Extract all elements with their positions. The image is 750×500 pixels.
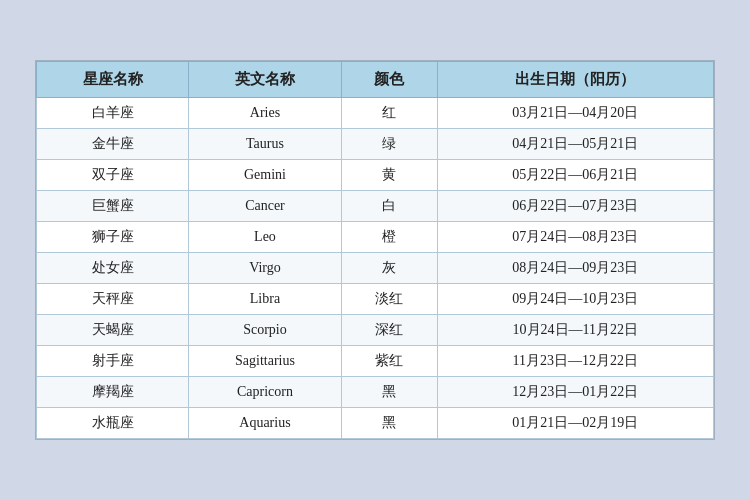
header-chinese-name: 星座名称 xyxy=(37,62,189,98)
table-row: 巨蟹座Cancer白06月22日—07月23日 xyxy=(37,191,714,222)
header-english-name: 英文名称 xyxy=(189,62,341,98)
cell-4-3: 07月24日—08月23日 xyxy=(437,222,713,253)
table-row: 水瓶座Aquarius黑01月21日—02月19日 xyxy=(37,408,714,439)
cell-7-2: 深红 xyxy=(341,315,437,346)
cell-10-3: 01月21日—02月19日 xyxy=(437,408,713,439)
cell-0-1: Aries xyxy=(189,98,341,129)
cell-8-0: 射手座 xyxy=(37,346,189,377)
cell-9-0: 摩羯座 xyxy=(37,377,189,408)
cell-3-1: Cancer xyxy=(189,191,341,222)
cell-2-1: Gemini xyxy=(189,160,341,191)
zodiac-table-container: 星座名称 英文名称 颜色 出生日期（阳历） 白羊座Aries红03月21日—04… xyxy=(35,60,715,440)
cell-8-1: Sagittarius xyxy=(189,346,341,377)
cell-4-2: 橙 xyxy=(341,222,437,253)
cell-7-0: 天蝎座 xyxy=(37,315,189,346)
cell-1-0: 金牛座 xyxy=(37,129,189,160)
cell-8-3: 11月23日—12月22日 xyxy=(437,346,713,377)
header-dates: 出生日期（阳历） xyxy=(437,62,713,98)
cell-5-0: 处女座 xyxy=(37,253,189,284)
table-row: 天蝎座Scorpio深红10月24日—11月22日 xyxy=(37,315,714,346)
cell-2-2: 黄 xyxy=(341,160,437,191)
cell-6-1: Libra xyxy=(189,284,341,315)
cell-10-2: 黑 xyxy=(341,408,437,439)
cell-0-2: 红 xyxy=(341,98,437,129)
zodiac-table: 星座名称 英文名称 颜色 出生日期（阳历） 白羊座Aries红03月21日—04… xyxy=(36,61,714,439)
cell-8-2: 紫红 xyxy=(341,346,437,377)
cell-7-3: 10月24日—11月22日 xyxy=(437,315,713,346)
cell-1-1: Taurus xyxy=(189,129,341,160)
cell-6-2: 淡红 xyxy=(341,284,437,315)
header-color: 颜色 xyxy=(341,62,437,98)
table-row: 处女座Virgo灰08月24日—09月23日 xyxy=(37,253,714,284)
cell-3-2: 白 xyxy=(341,191,437,222)
cell-4-0: 狮子座 xyxy=(37,222,189,253)
cell-0-0: 白羊座 xyxy=(37,98,189,129)
cell-5-3: 08月24日—09月23日 xyxy=(437,253,713,284)
table-row: 摩羯座Capricorn黑12月23日—01月22日 xyxy=(37,377,714,408)
table-row: 白羊座Aries红03月21日—04月20日 xyxy=(37,98,714,129)
cell-10-1: Aquarius xyxy=(189,408,341,439)
cell-9-2: 黑 xyxy=(341,377,437,408)
cell-6-3: 09月24日—10月23日 xyxy=(437,284,713,315)
cell-3-3: 06月22日—07月23日 xyxy=(437,191,713,222)
cell-4-1: Leo xyxy=(189,222,341,253)
table-header-row: 星座名称 英文名称 颜色 出生日期（阳历） xyxy=(37,62,714,98)
cell-9-1: Capricorn xyxy=(189,377,341,408)
table-row: 金牛座Taurus绿04月21日—05月21日 xyxy=(37,129,714,160)
table-body: 白羊座Aries红03月21日—04月20日金牛座Taurus绿04月21日—0… xyxy=(37,98,714,439)
table-row: 双子座Gemini黄05月22日—06月21日 xyxy=(37,160,714,191)
cell-3-0: 巨蟹座 xyxy=(37,191,189,222)
cell-0-3: 03月21日—04月20日 xyxy=(437,98,713,129)
table-row: 狮子座Leo橙07月24日—08月23日 xyxy=(37,222,714,253)
cell-6-0: 天秤座 xyxy=(37,284,189,315)
cell-2-0: 双子座 xyxy=(37,160,189,191)
cell-5-2: 灰 xyxy=(341,253,437,284)
cell-1-3: 04月21日—05月21日 xyxy=(437,129,713,160)
cell-5-1: Virgo xyxy=(189,253,341,284)
cell-7-1: Scorpio xyxy=(189,315,341,346)
cell-10-0: 水瓶座 xyxy=(37,408,189,439)
cell-1-2: 绿 xyxy=(341,129,437,160)
cell-9-3: 12月23日—01月22日 xyxy=(437,377,713,408)
cell-2-3: 05月22日—06月21日 xyxy=(437,160,713,191)
table-row: 射手座Sagittarius紫红11月23日—12月22日 xyxy=(37,346,714,377)
table-row: 天秤座Libra淡红09月24日—10月23日 xyxy=(37,284,714,315)
